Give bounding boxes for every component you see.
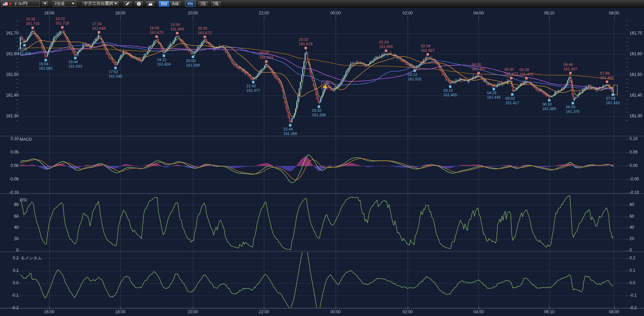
macd-axis-label: -0.05 [630, 177, 639, 181]
annotation-low: 15:54161.583 [39, 62, 53, 71]
time-axis-label: 04:00 [471, 11, 487, 16]
pencil-icon [125, 1, 130, 6]
annotation-high: 02:34161.587 [421, 44, 435, 53]
pair-label: ドル/円 [14, 1, 38, 7]
macd-panel-title: MACD [20, 137, 32, 142]
pair-selector[interactable]: ドル/円 [1, 1, 40, 7]
technical-select-button[interactable]: テクニカル選択 [81, 1, 120, 7]
time-axis-label: 22:00 [256, 309, 272, 314]
warning-triangle-icon [323, 83, 327, 88]
macd-axis-label: 0.10 [630, 136, 637, 141]
annotation-low: 06:50161.375 [566, 105, 580, 114]
timeframe-label: 2分足 [54, 1, 65, 7]
momentum-axis-label: 0.2 [630, 256, 635, 260]
rsi-axis-label: 0 [0, 248, 19, 253]
momentum-axis-label: -0.1 [630, 293, 637, 298]
bid-label: Bid [161, 1, 167, 6]
info-button[interactable] [134, 1, 144, 7]
time-axis-label: 04:00 [471, 309, 487, 314]
time-axis-label: 08:00 [606, 11, 622, 16]
price-axis-label: 161.40 [630, 93, 642, 98]
annotation-high: 05:28161.472 [520, 68, 533, 77]
annotation-low: 04:28161.443 [487, 91, 501, 100]
area-chart-icon [148, 1, 153, 6]
momentum-axis-label: 0.0 [0, 280, 19, 285]
momentum-axis-label: -0.1 [0, 293, 19, 298]
rsi-axis-label: 80 [0, 202, 19, 207]
time-axis-label: 18:00 [112, 309, 128, 314]
macd-axis-label: 0.05 [0, 150, 19, 155]
annotation-high: 23:10161.618 [299, 37, 313, 46]
macd-axis-label: -0.05 [0, 177, 19, 181]
annotation-high: 20:20161.672 [198, 26, 212, 35]
annotation-low: 15:18161.655 [18, 47, 31, 56]
chevron-down-icon [72, 3, 74, 4]
annotation-low: 07:58161.416 [606, 96, 620, 105]
candlestick-chart-icon [187, 1, 193, 6]
bid-button[interactable]: Bid [159, 1, 169, 7]
time-axis-label: 06:10 [541, 11, 557, 16]
annotation-high: 04:00161.497 [472, 62, 485, 71]
chart-canvas[interactable] [0, 0, 644, 316]
momentum-axis-label: 0.2 [0, 256, 19, 260]
time-axis-label: 00:00 [328, 11, 344, 16]
time-axis-label: 18:00 [112, 11, 128, 16]
annotation-low: 02:12161.532 [408, 72, 422, 81]
momentum-panel-title: モメンタム [21, 255, 42, 261]
annotation-low: 23:32161.358 [312, 108, 326, 117]
macd-axis-label: 0.00 [630, 163, 637, 168]
time-axis-label: 02:00 [400, 11, 416, 16]
price-axis-label: 161.60 [0, 51, 19, 56]
momentum-axis-label: 0.0 [630, 280, 635, 285]
us-flag-icon [3, 2, 8, 6]
area-chart-button[interactable] [145, 1, 155, 7]
annotation-low: 16:44161.593 [69, 60, 82, 69]
ask-label: Ask [172, 1, 179, 6]
time-axis-label: 22:00 [256, 11, 272, 16]
annotation-high: 07:48161.455 [600, 71, 614, 80]
alert-icon[interactable] [321, 81, 328, 89]
price-axis-label: 161.30 [630, 113, 642, 118]
macd-axis-label: 0.00 [0, 163, 19, 168]
candlestick-chart-button[interactable] [185, 1, 195, 7]
rsi-axis-label: 60 [630, 214, 634, 219]
timeframe-selector[interactable]: 2分足 [53, 1, 76, 7]
chevron-down-icon [114, 3, 117, 4]
zoom-in-icon [213, 1, 219, 6]
price-axis-label: 161.30 [0, 113, 19, 118]
annotation-low: 17:52161.545 [109, 70, 122, 79]
time-axis-label: 00:00 [328, 309, 344, 314]
macd-axis-label: 0.05 [630, 150, 637, 155]
rsi-axis-label: 80 [630, 202, 634, 207]
japan-flag-icon [8, 1, 12, 6]
selected-candle-highlight [613, 85, 617, 95]
momentum-axis-label: 0.1 [630, 268, 635, 273]
annotation-high: 05:00161.473 [504, 67, 518, 76]
rsi-axis-label: 40 [0, 225, 19, 230]
macd-axis-label: -0.10 [630, 190, 639, 195]
rsi-axis-label: 40 [630, 225, 634, 230]
momentum-axis-label: -0.2 [630, 305, 637, 310]
macd-axis-label: 0.10 [0, 136, 19, 141]
time-axis-label: 06:10 [541, 309, 557, 314]
annotation-low: 19:12161.604 [157, 58, 171, 67]
zoom-in-button[interactable] [211, 1, 222, 7]
zoom-out-button[interactable] [198, 1, 209, 7]
price-axis-label: 161.40 [0, 93, 19, 98]
rsi-axis-label: 20 [630, 236, 634, 241]
price-axis-label: 161.70 [0, 31, 19, 36]
macd-axis-label: -0.10 [0, 190, 19, 195]
pair-dropdown-button[interactable] [41, 1, 49, 7]
rsi-axis-label: 20 [0, 236, 19, 241]
price-axis-label: 161.70 [630, 31, 642, 36]
annotation-low: 20:00161.599 [186, 59, 200, 68]
draw-tool-button[interactable] [123, 1, 132, 7]
price-axis-label: 161.50 [630, 72, 642, 77]
ask-button[interactable]: Ask [170, 1, 181, 7]
price-axis-label: 161.60 [630, 51, 642, 56]
chart-window: ドル/円 2分足 テクニカル選択 [0, 0, 644, 316]
zoom-out-icon [200, 1, 206, 6]
technical-select-label: テクニカル選択 [84, 1, 113, 7]
annotation-high: 19:34161.690 [170, 22, 184, 31]
momentum-axis-label: 0.1 [0, 268, 19, 273]
